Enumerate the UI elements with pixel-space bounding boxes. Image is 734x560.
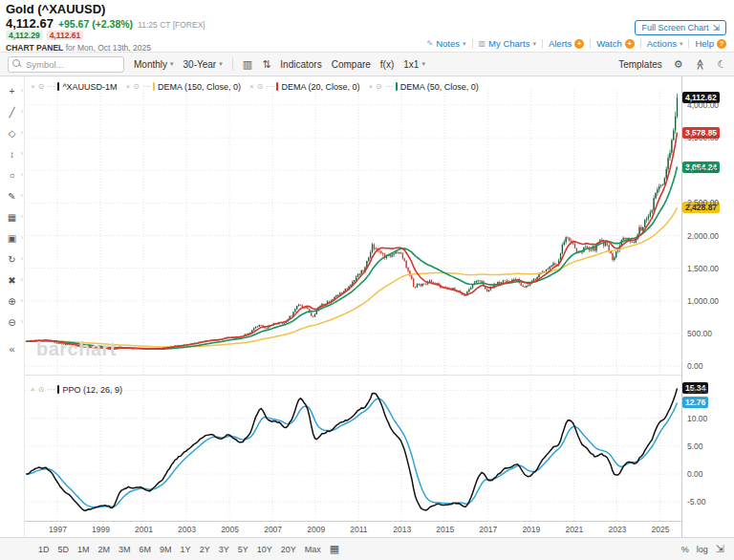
range-button-1y[interactable]: 1Y [181,545,191,554]
y-axis-label: 500.00 [687,329,712,338]
y-axis-label: 2,000.00 [687,231,719,241]
range-button-5d[interactable]: 5D [58,545,70,554]
range-button-2y[interactable]: 2Y [200,545,210,554]
header-link-help[interactable]: Help? [695,38,726,49]
legend-more-icon[interactable]: ⋯ [142,82,150,91]
percent-scale-toggle[interactable]: % [681,545,689,554]
range-button-1m[interactable]: 1M [77,545,90,554]
legend-color-bar [153,82,155,91]
symbol-search-input[interactable] [22,59,123,70]
layout-dropdown[interactable]: 1x1 [403,59,425,70]
range-button-1d[interactable]: 1D [38,545,50,554]
calendar-icon[interactable]: ▦ [330,543,339,555]
grid-tool[interactable]: ▦ [0,208,24,227]
range-button-3y[interactable]: 3Y [219,545,229,554]
my-charts-icon: ▥ [479,39,486,48]
text-annotation-tool[interactable]: ✎ [0,187,24,206]
indicators-button[interactable]: Indicators [280,59,321,70]
header-link-actions[interactable]: Actions▾ [647,38,683,49]
delete-drawings-tool[interactable]: ✖ [0,271,24,291]
legend-visibility-icon[interactable]: ⊙ [376,82,382,91]
crosshair-tool[interactable]: + [0,82,24,101]
legend-color-bar [396,82,398,91]
legend-label: PPO (12, 26, 9) [62,385,122,395]
legend-remove-icon[interactable]: × [126,82,131,91]
legend-more-icon[interactable]: ⋯ [266,82,273,91]
x-axis-year-label: 2021 [565,525,583,534]
quote-time: 11:25 CT [FOREX] [138,20,205,30]
collapse-panels-icon[interactable]: ≪ [694,58,706,70]
legend-remove-icon[interactable]: × [31,82,35,91]
link-separator [640,39,641,49]
ppo-chart-canvas[interactable] [25,379,681,521]
log-scale-toggle[interactable]: log [697,545,708,554]
header-link-my-charts[interactable]: ▥My Charts▾ [479,38,536,49]
add-icon: + [625,39,635,49]
refresh-tool[interactable]: ↻ [0,250,24,269]
symbol-search[interactable] [8,56,124,73]
bottom-toolbar: 1D5D1M2M3M6M9M1Y2Y3Y5Y10Y20YMax▦ % log ⇲ [0,537,734,560]
compare-button[interactable]: Compare [332,59,371,70]
ppo-signal-value-badge: 12.76 [682,397,708,408]
time-axis[interactable]: 1997199920012003200520072009201120132015… [25,521,681,537]
ask-price: 4,112.61 [47,31,84,40]
legend-visibility-icon[interactable]: ⊙ [38,82,45,91]
lock-tool[interactable]: ▣ [0,229,24,248]
frequency-dropdown[interactable]: Monthly [134,59,174,70]
link-separator [542,39,543,49]
bid-price: 4,112.29 [6,31,43,40]
main-chart-canvas[interactable] [25,76,681,375]
legend-item: ×⊙⋯DEMA (150, Close, 0) [126,82,241,92]
full-screen-chart-button[interactable]: Full Screen Chart ⇲ [635,20,726,35]
x-axis-year-label: 2013 [393,525,411,534]
legend-remove-icon[interactable]: × [368,82,373,91]
legend-more-icon[interactable]: ⋯ [47,82,54,91]
zoom-in-tool[interactable]: ⊕ [0,292,24,312]
range-button-9m[interactable]: 9M [160,545,172,554]
shapes-tool[interactable]: ◇ [0,124,24,143]
legend-visibility-icon[interactable]: ⊙ [38,385,45,394]
barchart-chart-page: Gold (^XAUUSD) 4,112.67 +95.67 (+2.38%) … [0,0,734,560]
range-button-10y[interactable]: 10Y [257,545,272,554]
header-link-watch[interactable]: Watch+ [596,38,635,49]
legend-remove-icon[interactable]: × [31,385,35,394]
link-separator [590,39,591,49]
x-axis-year-label: 2005 [221,525,239,534]
gear-icon[interactable]: ⚙ [674,58,683,71]
x-axis-year-label: 2023 [608,525,626,534]
legend-remove-icon[interactable]: × [249,82,254,91]
legend-visibility-icon[interactable]: ⊙ [257,82,264,91]
chart-type-icon[interactable]: ▥ [243,58,252,71]
range-button-20y[interactable]: 20Y [281,545,296,554]
compare-arrows-icon[interactable]: ⇅ [262,58,270,71]
legend-visibility-icon[interactable]: ⊙ [133,82,140,91]
header-link-alerts[interactable]: Alerts+ [549,38,584,49]
expressions-button[interactable]: f(x) [380,59,394,70]
x-axis-year-label: 2001 [135,525,153,534]
price-axis[interactable]: 4,112.62 3,578.85 3,054.24 2,428.87 15.3… [681,76,734,537]
x-axis-year-label: 1999 [92,525,110,534]
range-button-3m[interactable]: 3M [119,545,131,554]
ppo-axis-label: 0.00 [687,469,703,479]
arrow-annotation-tool[interactable]: ↕ [0,145,24,164]
ppo-axis-label: 10.00 [687,414,707,423]
expand-chart-icon[interactable]: ⇲ [716,543,724,555]
dark-mode-icon[interactable]: ☾ [717,58,726,71]
x-axis-year-label: 2011 [350,525,367,534]
main-chart-legend: ×⊙⋯^XAUUSD-1M×⊙⋯DEMA (150, Close, 0)×⊙⋯D… [31,80,479,93]
range-dropdown[interactable]: 30-Year [184,59,223,70]
templates-button[interactable]: Templates [618,59,662,70]
ellipse-tool[interactable]: ○ [0,166,24,185]
zoom-out-tool[interactable]: ⊖ [0,313,24,333]
range-button-5y[interactable]: 5Y [238,545,248,554]
legend-more-icon[interactable]: ⋯ [47,385,54,394]
range-button-2m[interactable]: 2M [98,545,111,554]
legend-more-icon[interactable]: ⋯ [385,82,393,91]
range-button-6m[interactable]: 6M [140,545,152,554]
trendline-tool[interactable]: ╱ [0,103,24,122]
collapse-toolbar-button[interactable]: « [0,340,24,357]
ppo-axis-label: 15.00 [687,385,707,395]
header-link-notes[interactable]: ✎Notes▾ [426,38,465,49]
range-button-max[interactable]: Max [305,545,321,554]
add-icon: + [574,39,584,49]
